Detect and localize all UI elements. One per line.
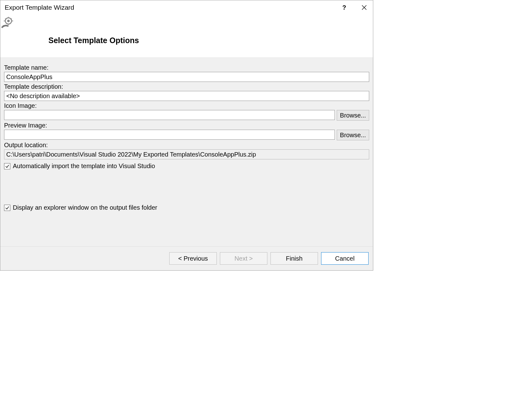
preview-image-browse-button[interactable]: Browse... xyxy=(337,130,369,140)
check-icon xyxy=(5,164,9,168)
page-title: Select Template Options xyxy=(48,36,373,45)
spacer xyxy=(4,211,369,242)
display-explorer-label: Display an explorer window on the output… xyxy=(13,204,157,211)
display-explorer-row: Display an explorer window on the output… xyxy=(4,204,369,211)
svg-point-0 xyxy=(7,20,10,22)
titlebar: Export Template Wizard ? xyxy=(0,0,373,15)
output-location-input xyxy=(4,149,369,159)
icon-image-browse-button[interactable]: Browse... xyxy=(337,110,369,121)
template-description-label: Template description: xyxy=(4,83,369,90)
display-explorer-checkbox[interactable] xyxy=(4,205,10,211)
next-button: Next > xyxy=(220,252,267,265)
auto-import-label: Automatically import the template into V… xyxy=(13,162,155,170)
auto-import-row: Automatically import the template into V… xyxy=(4,162,369,170)
check-icon xyxy=(5,206,9,210)
template-name-input[interactable] xyxy=(4,72,369,82)
preview-image-label: Preview Image: xyxy=(4,122,369,129)
preview-image-input[interactable] xyxy=(4,130,335,140)
previous-button[interactable]: < Previous xyxy=(169,252,217,265)
help-button[interactable]: ? xyxy=(339,2,350,13)
close-icon xyxy=(362,5,367,10)
output-location-label: Output location: xyxy=(4,142,369,149)
export-template-wizard-dialog: Export Template Wizard ? hneiden Select … xyxy=(0,0,373,271)
icon-image-label: Icon Image: xyxy=(4,102,369,109)
header-area: hneiden Select Template Options xyxy=(0,15,373,58)
preview-image-row: Browse... xyxy=(4,130,369,140)
finish-button[interactable]: Finish xyxy=(270,252,318,265)
titlebar-controls: ? xyxy=(339,2,370,13)
cancel-button[interactable]: Cancel xyxy=(321,252,369,265)
content-area: Template name: Template description: Ico… xyxy=(0,58,373,246)
icon-image-input[interactable] xyxy=(4,110,335,120)
footer: < Previous Next > Finish Cancel xyxy=(0,246,373,270)
close-button[interactable] xyxy=(359,2,370,13)
template-name-label: Template name: xyxy=(4,64,369,71)
wizard-gear-icon xyxy=(1,15,16,32)
dialog-title: Export Template Wizard xyxy=(5,4,74,11)
template-description-input[interactable] xyxy=(4,91,369,101)
icon-image-row: Browse... xyxy=(4,110,369,121)
auto-import-checkbox[interactable] xyxy=(4,163,10,169)
